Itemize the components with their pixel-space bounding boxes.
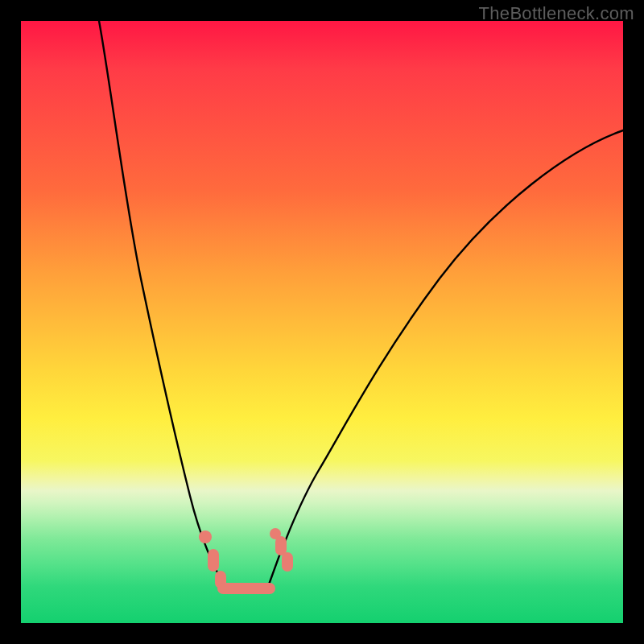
right-curve [269, 130, 623, 584]
curves [99, 21, 623, 584]
chart-frame [21, 21, 623, 623]
bottom-bar [217, 583, 275, 594]
marker-capsule [275, 536, 287, 555]
watermark-text: TheBottleneck.com [479, 3, 634, 24]
marker-capsule [208, 549, 219, 572]
marker-capsule [282, 552, 293, 572]
plot-svg [21, 21, 623, 623]
markers [199, 528, 293, 594]
marker-dot [199, 530, 212, 543]
left-curve [99, 21, 224, 584]
